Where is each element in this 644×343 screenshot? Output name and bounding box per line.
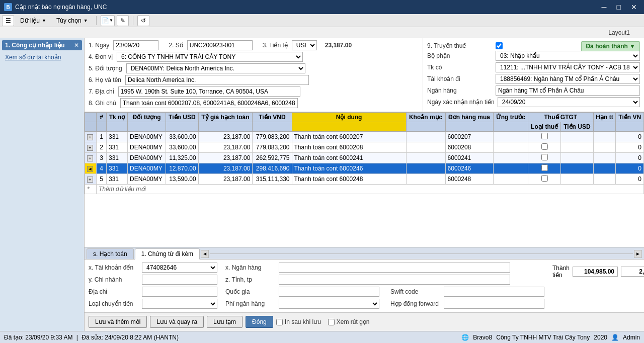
select-loaichuyentien[interactable] — [142, 299, 217, 309]
td-tienvnd-2: 779,083,200 — [253, 142, 292, 153]
td-noidung-3: Thanh toán cont 6000241 — [292, 153, 406, 163]
collapse-checkbox-label[interactable]: Xem rút gọn — [328, 318, 370, 325]
td-tienvn-3: 0 — [616, 153, 644, 163]
input-diachi[interactable] — [118, 87, 300, 97]
table-row: + 1 331 DENA00MY 33,600.00 23,187.00 779… — [85, 132, 644, 142]
save-temp-button[interactable]: Lưu tạm — [207, 316, 243, 328]
form-left: 1. Ngày 2. Số 3. Tiền tệ USD 23,187.00 4… — [85, 38, 423, 112]
menu-dulieu[interactable]: Dữ liệu ▼ — [16, 16, 50, 25]
tab-chungtudikèm[interactable]: 1. Chứng từ đi kèm — [135, 248, 200, 260]
td-expand-5[interactable]: + — [85, 174, 97, 185]
th-tygia: Tỷ giá hạch toán — [198, 113, 253, 122]
table-row: + 2 331 DENA00MY 33,600.00 23,187.00 779… — [85, 142, 644, 153]
input-nganhang-att[interactable] — [279, 263, 510, 273]
cb-loaithue-4[interactable] — [541, 164, 548, 171]
cb-loaithue-1[interactable] — [541, 133, 548, 139]
input-tinhtp[interactable] — [279, 275, 510, 285]
input-chinhanh[interactable] — [142, 275, 217, 285]
menu-dulieu-label: Dữ liệu — [20, 17, 40, 24]
maximize-button[interactable]: □ — [614, 2, 624, 12]
input-diachi-att[interactable] — [142, 287, 217, 297]
table-row-add[interactable]: * Thêm dữ liệu mới — [85, 185, 644, 194]
td-add-label[interactable]: Thêm dữ liệu mới — [97, 185, 644, 194]
select-ngayxacnhan[interactable]: 24/09/20 — [498, 97, 640, 107]
sidebar-close-btn[interactable]: ✕ — [74, 42, 79, 49]
td-hantt-2 — [593, 142, 616, 153]
td-expand-4[interactable]: ◄ — [85, 163, 97, 174]
print-checkbox-label[interactable]: In sau khi lưu — [276, 318, 321, 325]
select-doituong[interactable]: DENA00MY: Delica North America Inc. — [126, 63, 305, 73]
edit-btn[interactable]: ✎ — [117, 15, 129, 26]
select-taikhoandi[interactable]: 188856469: Ngân hàng TM cổ Phần Á Châu — [496, 74, 640, 84]
header-form-area: 1. Ngày 2. Số 3. Tiền tệ USD 23,187.00 4… — [85, 38, 644, 112]
form-row-3: 5. Đối tượng DENA00MY: Delica North Amer… — [89, 63, 419, 73]
sidebar-title: 1. Công cụ nhập liệu — [5, 42, 65, 49]
layout-area: Layout1 — [0, 27, 644, 38]
td-tienvn-5: 0 — [616, 174, 644, 185]
cb-loaithue-3[interactable] — [541, 154, 548, 160]
minimize-button[interactable]: ─ — [599, 2, 610, 12]
att-label-diachi: Địa chỉ — [89, 288, 139, 295]
new-file-btn[interactable]: 📄▼ — [101, 15, 115, 26]
status-created: Đã tạo: 23/09/20 9:33 AM — [4, 334, 72, 341]
menu-tuychon[interactable]: Tùy chọn ▼ — [52, 16, 92, 25]
td-expand-3[interactable]: + — [85, 153, 97, 163]
th-tienusd2: Tiền USD — [561, 122, 593, 132]
att-row-tinhtp: z. Tỉnh, tp — [225, 275, 544, 285]
input-hovaten[interactable] — [125, 75, 309, 85]
menu-icon-btn[interactable]: ☰ — [2, 15, 14, 26]
input-hopdong[interactable] — [444, 299, 544, 309]
status-bar: Đã tạo: 23/09/20 9:33 AM | Đã sửa: 24/09… — [0, 331, 644, 343]
da-hoan-thanh-label: Đã hoàn thành ▼ — [586, 43, 635, 50]
rp-label-tkco: Tk có — [427, 64, 493, 71]
td-tienvnd-3: 262,592,775 — [253, 153, 292, 163]
save-add-button[interactable]: Lưu và thêm mới — [89, 316, 147, 328]
collapse-checkbox[interactable] — [328, 319, 335, 325]
checkbox-truyenthue[interactable] — [496, 42, 503, 49]
input-so[interactable] — [187, 40, 253, 50]
td-donhang-1: 6000207 — [445, 132, 493, 142]
save-back-button[interactable]: Lưu và quay ra — [150, 316, 204, 328]
rp-label-nganhang: Ngân hàng — [427, 87, 493, 94]
tab-nav-left[interactable]: ◄ — [201, 250, 209, 258]
att-row-phinh: Phí ngân hàng Hợp đồng forward — [225, 299, 544, 309]
select-bophan[interactable]: 03: Nhập khẩu — [496, 51, 640, 61]
rp-label-bophan: Bộ phận — [427, 52, 493, 59]
sidebar-item-sodutaikhoan[interactable]: Xem số dư tài khoản — [2, 52, 82, 62]
sidebar: 1. Công cụ nhập liệu ✕ Xem số dư tài kho… — [0, 38, 85, 331]
user-icon: 👤 — [611, 334, 619, 341]
th-hantt: Hạn tt — [593, 113, 616, 122]
select-tkco[interactable]: 11211: ...TNHH MTV TRÁI CÂY TONY - ACB 1… — [496, 62, 640, 72]
input-ngay[interactable] — [113, 40, 158, 50]
collapse-label: Xem rút gọn — [337, 318, 370, 325]
td-tkno-3: 331 — [107, 153, 128, 163]
th-doituong: Đối tượng — [128, 113, 166, 122]
td-expand-1[interactable]: + — [85, 132, 97, 142]
cb-loaithue-2[interactable] — [541, 143, 548, 150]
refresh-btn[interactable]: ↺ — [137, 15, 149, 26]
td-num-4: 4 — [97, 163, 107, 174]
td-expand-2[interactable]: + — [85, 142, 97, 153]
input-swiftcode[interactable] — [444, 287, 544, 297]
da-hoan-thanh-badge[interactable]: Đã hoàn thành ▼ — [581, 41, 640, 51]
td-doituong-2: DENA00MY — [128, 142, 166, 153]
tab-hachtoan[interactable]: s. Hạch toán — [87, 248, 134, 259]
att-row-diachi: Địa chỉ — [89, 287, 217, 297]
tab-nav-right[interactable]: ► — [634, 250, 642, 258]
input-ghichu[interactable] — [120, 98, 298, 108]
td-num-1: 1 — [97, 132, 107, 142]
select-taikhoanden[interactable]: 474082646 — [142, 263, 217, 273]
close-button[interactable]: ✕ — [628, 2, 640, 12]
close-button[interactable]: Đóng — [246, 316, 273, 328]
th-noidung: Nội dung — [292, 113, 406, 122]
th-tienvnd: Tiền VND — [253, 113, 292, 122]
td-hantt-4 — [593, 163, 616, 174]
input-quocgia[interactable] — [279, 287, 379, 297]
select-tiente[interactable]: USD — [292, 40, 317, 50]
rp-row-tkco: Tk có 11211: ...TNHH MTV TRÁI CÂY TONY -… — [427, 62, 640, 72]
print-checkbox[interactable] — [276, 319, 283, 325]
select-phinh[interactable] — [279, 299, 379, 309]
input-nganhang[interactable] — [496, 85, 640, 96]
select-donvi[interactable]: 6: CÔNG TY TNHH MTV TRÁI CÂY TONY — [117, 52, 303, 62]
cb-loaithue-5[interactable] — [541, 175, 548, 182]
